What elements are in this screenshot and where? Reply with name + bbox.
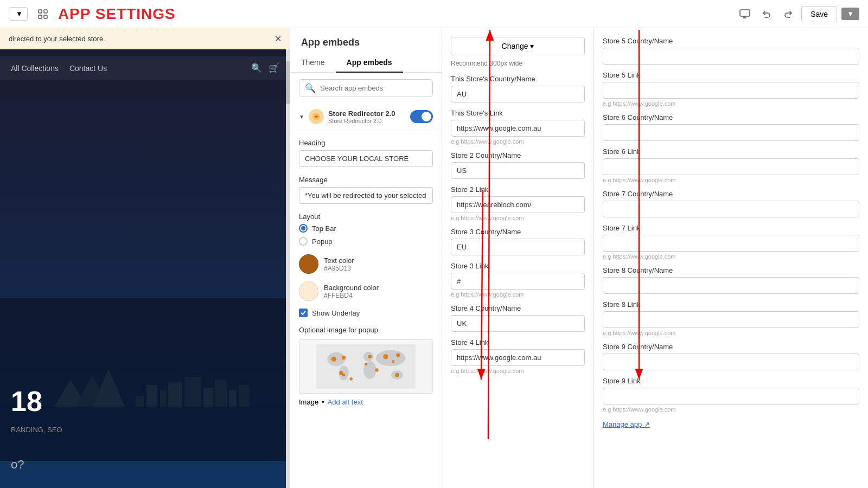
message-input[interactable] (299, 187, 433, 204)
s5-link-group: Store 5 Link e.g https://www.google.com (603, 71, 859, 107)
svg-point-27 (376, 350, 406, 366)
s2-country-input[interactable] (451, 162, 585, 179)
svg-rect-20 (0, 407, 290, 461)
manage-app-row: Manage app ↗ (603, 419, 859, 429)
s2-link-label: Store 2 Link (451, 185, 585, 194)
svg-point-37 (342, 374, 345, 376)
text-color-row: Text color #A95D13 (299, 254, 433, 274)
dropdown-selector[interactable]: ▼ (9, 7, 28, 21)
s4-link-input[interactable] (451, 349, 585, 366)
monitor-icon-button[interactable] (736, 5, 754, 23)
heading-input[interactable] (299, 150, 433, 167)
s6-country-label: Store 6 Country/Name (603, 113, 859, 121)
svg-rect-15 (184, 377, 201, 407)
layout-group: Layout Top Bar Popup (299, 213, 433, 246)
store-field-this-country: This Store's Country/Name (451, 75, 585, 102)
show-underlay-checkbox[interactable] (299, 309, 308, 317)
text-color-swatch[interactable] (299, 254, 318, 274)
scrollbar[interactable] (286, 28, 290, 488)
store-redirector-info: Store Redirector 2.0 Store Redirector 2.… (328, 110, 406, 124)
s7-country-input[interactable] (603, 201, 859, 217)
tab-theme[interactable]: Theme (290, 53, 336, 72)
svg-point-38 (375, 368, 378, 371)
expand-icon[interactable]: ▼ (299, 114, 304, 120)
right-panel: Store 5 Country/Name Store 5 Link e.g ht… (594, 28, 868, 488)
text-color-info: Text color #A95D13 (324, 256, 354, 272)
save-button[interactable]: Save (801, 6, 837, 22)
radio-popup[interactable] (299, 237, 308, 246)
s7-link-input[interactable] (603, 235, 859, 252)
s5-link-hint: e.g https://www.google.com (603, 100, 859, 107)
this-link-hint: e.g https://www.google.com (451, 138, 585, 145)
s8-country-input[interactable] (603, 277, 859, 294)
s3-link-hint: e.g https://www.google.com (451, 291, 585, 298)
svg-rect-12 (146, 385, 157, 407)
manage-app-link[interactable]: Manage app ↗ (603, 420, 650, 428)
s5-country-input[interactable] (603, 48, 859, 65)
text-color-name: Text color (324, 256, 354, 265)
s9-link-hint: e.g https://www.google.com (603, 406, 859, 413)
store-redirector-name: Store Redirector 2.0 (328, 110, 406, 118)
s5-country-group: Store 5 Country/Name (603, 37, 859, 65)
s6-country-input[interactable] (603, 124, 859, 141)
grid-icon-button[interactable] (34, 5, 52, 23)
s7-link-hint: e.g https://www.google.com (603, 253, 859, 260)
s4-country-input[interactable] (451, 315, 585, 332)
toggle-thumb (422, 112, 431, 121)
radio-topbar[interactable] (299, 224, 308, 233)
bg-color-info: Background color #FFEBD4 (324, 284, 379, 299)
s5-link-label: Store 5 Link (603, 71, 859, 79)
preview-close-button[interactable]: ✕ (275, 34, 282, 44)
svg-point-39 (349, 377, 352, 380)
s2-link-input[interactable] (451, 196, 585, 213)
change-label: Change ▾ (502, 42, 534, 50)
search-input[interactable] (320, 84, 427, 92)
preview-panel: directed to your selected store. ✕ All C… (0, 28, 290, 488)
redo-button[interactable] (780, 5, 797, 23)
undo-button[interactable] (758, 5, 775, 23)
layout-popup-option[interactable]: Popup (299, 237, 433, 246)
s3-link-input[interactable] (451, 273, 585, 290)
add-alt-text-link[interactable]: Add alt text (328, 398, 363, 406)
show-underlay-label: Show Underlay (312, 309, 360, 317)
layout-label: Layout (299, 213, 433, 221)
nav-contact: Contact Us (69, 64, 107, 73)
svg-point-30 (342, 356, 346, 359)
bg-color-swatch[interactable] (299, 281, 318, 301)
s8-country-label: Store 8 Country/Name (603, 266, 859, 274)
s9-country-label: Store 9 Country/Name (603, 343, 859, 351)
layout-topbar-option[interactable]: Top Bar (299, 224, 433, 233)
this-country-input[interactable] (451, 86, 585, 102)
this-link-label: This Store's Link (451, 109, 585, 117)
store-field-4-country: Store 4 Country/Name (451, 304, 585, 332)
toggle-switch[interactable] (410, 110, 433, 123)
this-link-input[interactable] (451, 120, 585, 137)
s7-link-group: Store 7 Link e.g https://www.google.com (603, 224, 859, 260)
message-group: Message (299, 176, 433, 204)
change-button[interactable]: Change ▾ (451, 37, 585, 55)
embeds-tabs: Theme App embeds (290, 53, 442, 73)
s8-country-group: Store 8 Country/Name (603, 266, 859, 294)
s7-link-label: Store 7 Link (603, 224, 859, 232)
s8-link-hint: e.g https://www.google.com (603, 330, 859, 336)
world-map-svg (304, 344, 428, 389)
s6-link-group: Store 6 Link e.g https://www.google.com (603, 147, 859, 183)
optional-image-label: Optional image for popup (299, 326, 433, 334)
monitor-icon (739, 9, 750, 19)
store-field-4-link: Store 4 Link e.g https://www.google.com (451, 338, 585, 374)
s3-country-input[interactable] (451, 239, 585, 255)
s5-link-input[interactable] (603, 82, 859, 99)
svg-rect-4 (740, 10, 750, 16)
store-field-3-link: Store 3 Link e.g https://www.google.com (451, 262, 585, 298)
s9-country-input[interactable] (603, 354, 859, 370)
s4-country-label: Store 4 Country/Name (451, 304, 585, 312)
tab-app-embeds[interactable]: App embeds (336, 53, 403, 72)
svg-point-36 (395, 373, 399, 377)
toolbar-handle[interactable]: ▼ (841, 8, 859, 20)
heading-label: Heading (299, 139, 433, 147)
s4-link-label: Store 4 Link (451, 338, 585, 346)
s6-link-input[interactable] (603, 158, 859, 175)
svg-rect-16 (203, 388, 213, 407)
s8-link-input[interactable] (603, 311, 859, 328)
s9-link-input[interactable] (603, 388, 859, 404)
